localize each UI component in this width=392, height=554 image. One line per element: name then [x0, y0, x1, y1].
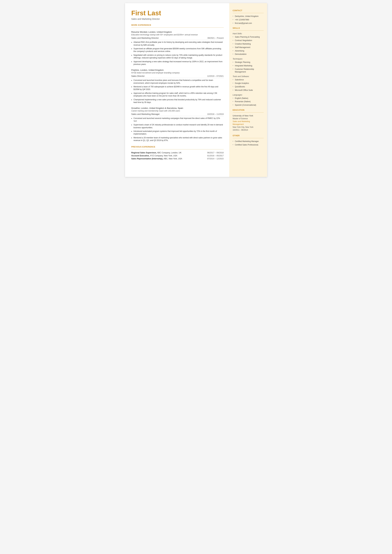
job-1-company-name: Resume Worded, London, United Kingdom [131, 31, 172, 33]
job-1-dates: 08/2021 – Present [207, 37, 224, 39]
skills-heading: SKILLS [233, 27, 264, 29]
bullet-item: Championed implementing a new sales proc… [133, 98, 224, 104]
skill-item: Sales Planning & Forecasting [233, 36, 264, 38]
bullet-item: Mentored a 20-member team of marketing s… [133, 136, 224, 142]
other-item: Certified Sales Professional. [233, 144, 264, 146]
education-heading: EDUCATION [233, 109, 264, 111]
language-item: Romanian (Native) [233, 100, 264, 103]
skill-item: Contract Negotiation [233, 39, 264, 42]
job-1-row: Sales and Marketing Director 08/2021 – P… [131, 37, 224, 40]
job-3-company: Growthsi, London, United Kingdom & Barce… [131, 107, 224, 109]
hard-skills-label: Hard Skills: [233, 33, 264, 35]
prev-experience-heading: PREVIOUS EXPERIENCE [131, 146, 224, 148]
job-3-bullets: Conceived and launched several marketing… [133, 117, 224, 142]
work-experience-heading: WORK EXPERIENCE [131, 24, 224, 26]
prev-exp-bold-1: Regional Sales Supervisor, [131, 152, 157, 154]
candidate-title: Sales and Marketing Director [131, 18, 224, 20]
tool-item: Microsoft Office Suite [233, 89, 264, 91]
tool-item: Google Analytics [233, 82, 264, 85]
other-list: Certified Marketing Manager. Certified S… [233, 140, 264, 146]
job-1-desc: Education technology startup with 50+ em… [131, 34, 224, 36]
bullet-item: Mentored a team of 700 salespeople to ac… [133, 85, 224, 91]
job-2-title: Sales Director [131, 75, 145, 77]
bullet-item: Approved developing a new sales strategy… [133, 60, 224, 66]
technique-item: Strategic Planning [233, 61, 264, 64]
skills-divider [233, 30, 264, 31]
languages-label: Languages: [233, 94, 264, 96]
prev-exp-rest-2: XYZ Company, New York, USA [149, 154, 177, 157]
job-1-company: Resume Worded, London, United Kingdom [131, 30, 224, 33]
bullet-item: Approved an effective training program f… [133, 92, 224, 98]
technique-item: Integrated Marketing [233, 64, 264, 67]
bullet-item: Supervised an affiliate program that gen… [133, 47, 224, 53]
prev-exp-dates-2: 01/2016 – 05/2017 [207, 154, 224, 157]
job-3-row: Sales and Marketing Manager 10/2018 – 11… [131, 113, 224, 116]
bullet-item: Conceived and launched incentive plans a… [133, 79, 224, 84]
skill-item: Advertising [233, 49, 264, 52]
other-heading: OTHER [233, 134, 264, 137]
other-item: Certified Marketing Manager. [233, 140, 264, 143]
edu-school: University of New York [233, 114, 264, 117]
job-3-dates: 10/2018 – 11/2019 [207, 113, 224, 115]
prev-exp-rest-3: ABC, New York, USA [163, 158, 182, 160]
tools-list: Salesforce Google Analytics QuickBooks M… [233, 78, 264, 91]
job-2-row: Sales Director 12/2019 – 07/2021 [131, 75, 224, 78]
job-1-title: Sales and Marketing Director [131, 37, 159, 39]
prev-divider [131, 149, 224, 149]
prev-exp-dates-3: 07/2014 – 12/2015 [207, 158, 224, 160]
bullet-item: Introduced automated program systems tha… [133, 130, 224, 135]
techniques-label: Techniques: [233, 58, 264, 60]
skill-item: Demodulation [233, 53, 264, 56]
job-2-dates: 12/2019 – 07/2021 [207, 75, 224, 77]
contact-list: Derbyshire, United Kingdom +44 123456789… [233, 15, 264, 24]
skill-item: Creative Marketing [233, 43, 264, 45]
left-column: First Last Sales and Marketing Director … [125, 3, 229, 177]
techniques-list: Strategic Planning Integrated Marketing … [233, 61, 264, 73]
hard-skills-list: Sales Planning & Forecasting Contract Ne… [233, 36, 264, 56]
tools-label: Tools and Software: [233, 75, 264, 77]
prev-exp-item-1: Regional Sales Supervisor, ABC Company, … [131, 152, 224, 154]
job-2-bullets: Conceived and launched incentive plans a… [133, 79, 224, 104]
contact-heading: CONTACT [233, 9, 264, 12]
bullet-item: Negotiated with vendors on pricing to re… [133, 54, 224, 59]
prev-exp-dates-1: 06/2017 – 09/2018 [207, 152, 224, 154]
right-column: CONTACT Derbyshire, United Kingdom +44 1… [229, 3, 267, 177]
job-2-company-name: Polyhire, London, United Kingdom [131, 69, 164, 71]
tool-item: Salesforce [233, 78, 264, 81]
technique-item: Customer Relationship Management [233, 68, 264, 73]
languages-list: English (Native) Romanian (Native) Spani… [233, 97, 264, 106]
edu-degree: Master of Science Sales and Marketing Ma… [233, 117, 264, 131]
skill-item: Staff Management [233, 46, 264, 49]
candidate-name: First Last [131, 9, 224, 17]
job-3-company-name: Growthsi, London, United Kingdom & Barce… [131, 107, 183, 109]
job-3-desc: Career training and membership SaaS with… [131, 110, 224, 112]
bullet-item: Conceived and launched several marketing… [133, 117, 224, 123]
contact-location: Derbyshire, United Kingdom [233, 15, 264, 18]
prev-exp-item-3: Sales Representative (Internship), ABC, … [131, 158, 224, 160]
tool-item: QuickBooks [233, 85, 264, 88]
job-1-bullets: Attained RW's first profitable year in i… [133, 41, 224, 66]
bullet-item: Supervised a team of 2K industry profess… [133, 124, 224, 129]
prev-exp-item-2: Account Executive, XYZ Company, New York… [131, 154, 224, 157]
contact-email: first.last@gmail.com [233, 22, 264, 25]
language-item: Spanish (Conversational) [233, 104, 264, 106]
prev-exp-bold-2: Account Executive, [131, 154, 149, 157]
job-2-desc: NYSE-listed recruitment and employer bra… [131, 72, 224, 74]
language-item: English (Native) [233, 97, 264, 100]
resume-container: First Last Sales and Marketing Director … [125, 3, 267, 177]
prev-exp-bold-3: Sales Representative (Internship), [131, 158, 163, 160]
prev-exp-rest-1: ABC Company, London, UK [157, 152, 182, 154]
job-2-company: Polyhire, London, United Kingdom [131, 69, 224, 71]
job-3-title: Sales and Marketing Manager [131, 113, 160, 115]
bullet-item: Attained RW's first profitable year in i… [133, 41, 224, 46]
contact-phone: +44 1234567890 [233, 19, 264, 21]
